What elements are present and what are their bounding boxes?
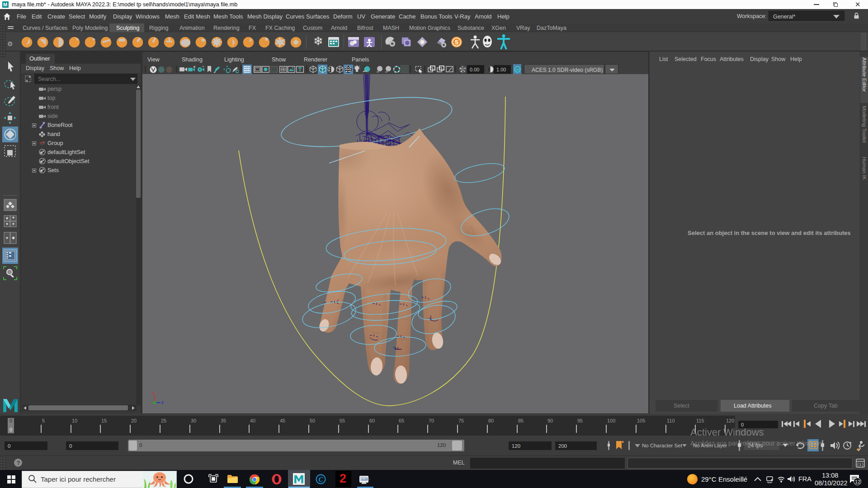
svg-text:5: 5	[455, 39, 458, 46]
svg-text:GM: GM	[366, 478, 370, 481]
svg-text:ON: ON	[515, 68, 520, 71]
svg-text:{i}: {i}	[857, 463, 864, 467]
svg-text:C: C	[319, 476, 323, 483]
svg-text:x: x	[152, 390, 155, 395]
svg-text:z: z	[161, 400, 164, 405]
